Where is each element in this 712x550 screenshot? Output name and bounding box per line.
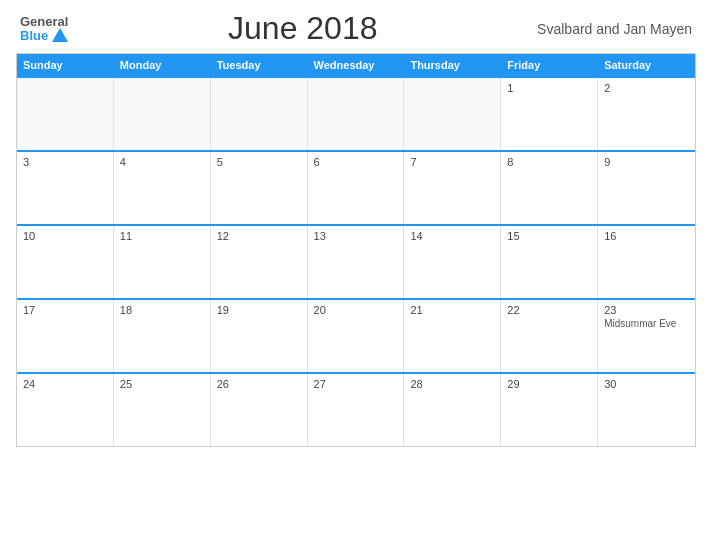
calendar-cell: 12 (211, 226, 308, 298)
calendar-cell: 10 (17, 226, 114, 298)
calendar-cell: 21 (404, 300, 501, 372)
calendar-cell (211, 78, 308, 150)
cell-date: 18 (120, 304, 204, 316)
cell-event: Midsummar Eve (604, 318, 689, 329)
cell-date: 12 (217, 230, 301, 242)
cell-date: 19 (217, 304, 301, 316)
calendar-week-3: 10111213141516 (17, 224, 695, 298)
cell-date: 16 (604, 230, 689, 242)
calendar-week-2: 3456789 (17, 150, 695, 224)
cell-date: 14 (410, 230, 494, 242)
cell-date: 30 (604, 378, 689, 390)
day-header-thursday: Thursday (404, 54, 501, 76)
logo-blue-text: Blue (20, 29, 48, 42)
calendar-cell: 20 (308, 300, 405, 372)
calendar-cell: 25 (114, 374, 211, 446)
calendar-cell: 16 (598, 226, 695, 298)
calendar-cell: 29 (501, 374, 598, 446)
cell-date: 8 (507, 156, 591, 168)
logo: General Blue (20, 15, 68, 42)
calendar-cell: 17 (17, 300, 114, 372)
cell-date: 13 (314, 230, 398, 242)
cell-date: 29 (507, 378, 591, 390)
calendar-cell: 13 (308, 226, 405, 298)
cell-date: 11 (120, 230, 204, 242)
calendar-title: June 2018 (228, 10, 377, 47)
cell-date: 28 (410, 378, 494, 390)
cell-date: 10 (23, 230, 107, 242)
cell-date: 5 (217, 156, 301, 168)
calendar-cell (404, 78, 501, 150)
calendar-cell: 7 (404, 152, 501, 224)
calendar-cell: 3 (17, 152, 114, 224)
cell-date: 3 (23, 156, 107, 168)
day-header-friday: Friday (501, 54, 598, 76)
calendar-cell: 19 (211, 300, 308, 372)
calendar-cell: 24 (17, 374, 114, 446)
region-label: Svalbard and Jan Mayen (537, 21, 692, 37)
calendar-cell (308, 78, 405, 150)
calendar-cell: 2 (598, 78, 695, 150)
day-header-saturday: Saturday (598, 54, 695, 76)
cell-date: 2 (604, 82, 689, 94)
calendar-cell: 26 (211, 374, 308, 446)
calendar-cell: 18 (114, 300, 211, 372)
logo-general-text: General (20, 15, 68, 28)
cell-date: 22 (507, 304, 591, 316)
day-header-tuesday: Tuesday (211, 54, 308, 76)
cell-date: 15 (507, 230, 591, 242)
cell-date: 17 (23, 304, 107, 316)
calendar-week-5: 24252627282930 (17, 372, 695, 446)
calendar-cell: 27 (308, 374, 405, 446)
calendar-cell: 23Midsummar Eve (598, 300, 695, 372)
cell-date: 4 (120, 156, 204, 168)
calendar-cell: 15 (501, 226, 598, 298)
cell-date: 21 (410, 304, 494, 316)
calendar-cell (114, 78, 211, 150)
calendar-week-4: 17181920212223Midsummar Eve (17, 298, 695, 372)
cell-date: 26 (217, 378, 301, 390)
cell-date: 7 (410, 156, 494, 168)
day-header-wednesday: Wednesday (308, 54, 405, 76)
calendar-cell: 30 (598, 374, 695, 446)
calendar-grid: 1234567891011121314151617181920212223Mid… (17, 76, 695, 446)
cell-date: 27 (314, 378, 398, 390)
logo-blue-row: Blue (20, 28, 68, 42)
calendar-cell: 6 (308, 152, 405, 224)
calendar-cell: 4 (114, 152, 211, 224)
cell-date: 20 (314, 304, 398, 316)
cell-date: 25 (120, 378, 204, 390)
day-header-sunday: Sunday (17, 54, 114, 76)
cell-date: 9 (604, 156, 689, 168)
cell-date: 24 (23, 378, 107, 390)
day-header-monday: Monday (114, 54, 211, 76)
calendar-cell: 5 (211, 152, 308, 224)
calendar-cell: 22 (501, 300, 598, 372)
calendar-cell: 1 (501, 78, 598, 150)
calendar-cell: 28 (404, 374, 501, 446)
cell-date: 6 (314, 156, 398, 168)
calendar-cell: 8 (501, 152, 598, 224)
calendar-cell: 14 (404, 226, 501, 298)
calendar-cell: 11 (114, 226, 211, 298)
cell-date: 23 (604, 304, 689, 316)
page-header: General Blue June 2018 Svalbard and Jan … (0, 0, 712, 53)
calendar-cell (17, 78, 114, 150)
cell-date: 1 (507, 82, 591, 94)
calendar-cell: 9 (598, 152, 695, 224)
logo-triangle-icon (52, 28, 68, 42)
day-headers-row: SundayMondayTuesdayWednesdayThursdayFrid… (17, 54, 695, 76)
calendar: SundayMondayTuesdayWednesdayThursdayFrid… (16, 53, 696, 447)
calendar-week-1: 12 (17, 76, 695, 150)
